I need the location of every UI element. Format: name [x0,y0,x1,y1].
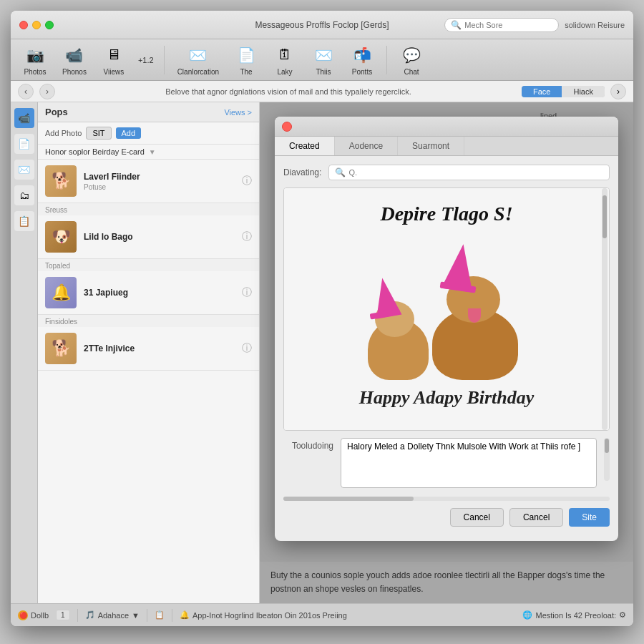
contact-info-icon-0[interactable]: ⓘ [242,175,252,187]
tooltip-scrollbar[interactable] [604,438,610,488]
status-item-badge: 1 [56,610,70,620]
dog-right [429,280,529,380]
back-button[interactable]: ‹ [18,84,34,99]
nav-forward-arrow[interactable]: › [610,84,626,99]
status-globe-icon: 🌐 [522,610,532,620]
minimize-button[interactable] [32,21,41,29]
toolbar-number: +1.2 [135,56,157,64]
dropdown-label: Honor soplor Beirday E-card [45,147,145,156]
dialog-tab-suarmont[interactable]: Suarmont [398,137,464,155]
sit-button[interactable]: SIT [86,127,111,140]
sidebar-views[interactable]: Views > [224,108,252,117]
dialog-close-button[interactable] [282,122,292,132]
contact-info-icon-3[interactable]: ⓘ [242,342,252,355]
segment-face[interactable]: Face [522,86,562,97]
contact-info-icon-2[interactable]: ⓘ [242,286,252,299]
contact-item-3[interactable]: 🐕 2TTe Injivice ⓘ [38,327,259,371]
section-label-1: Sreuss [38,203,259,215]
toolbar-thiis[interactable]: ✉️ Thiis [306,42,341,79]
site-button[interactable]: Site [569,508,610,527]
segment-hiack[interactable]: Hiack [562,86,605,97]
nav-bar: ‹ › Belove that agnor dgnlations vision … [11,81,633,102]
sidebar-header: Pops Views > [38,102,259,122]
horizontal-scrollbar[interactable] [283,497,610,501]
sidebar-add-bar: Add Photo SIT Add [38,122,259,145]
add-photo-label: Add Photo [45,129,82,137]
sidebar: Pops Views > Add Photo SIT Add Honor sop… [38,102,260,603]
dialog-tab-aodence[interactable]: Aodence [335,137,398,155]
contact-info-3: 2TTe Injivice [84,343,235,353]
views-icon: 🖥 [103,44,125,66]
toolbar-views[interactable]: 🖥 Viiews [97,42,131,79]
contact-item-2[interactable]: 🔔 31 Japiueg ⓘ [38,271,259,315]
window-title: Messageous Proffls Foclop [Gerds] [255,20,389,30]
section-label-3: Finsidoles [38,315,259,327]
status-settings-icon[interactable]: ⚙ [619,610,626,620]
sidebar-dropdown[interactable]: Honor soplor Beirday E-card ▼ [38,145,259,160]
cancel-button-1[interactable]: Cancel [450,508,504,527]
right-panel: linediBBasscomdfn'peusglsicalloadadces.T… [260,102,633,603]
maximize-button[interactable] [45,21,54,29]
forward-button[interactable]: › [39,84,55,99]
card-title: Depire Tlago S! [380,203,512,225]
phonos-icon: 📹 [64,44,85,66]
contact-item-1[interactable]: 🐶 Lild lo Bago ⓘ [38,215,259,259]
toolbar-pontts[interactable]: 📬 Pontts [345,42,379,79]
dialog-tab-created[interactable]: Created [275,137,335,155]
card-bottom-text: Happy Adapy Birthday [359,387,535,416]
contact-item-0[interactable]: 🐕 Laverl Fiinder Potuse ⓘ [38,160,259,203]
dialog-tabs: Created Aodence Suarmont [275,137,618,156]
toolbar-the[interactable]: 📄 The [229,42,263,79]
right-text: solidown Reisure [565,21,625,29]
search-input[interactable] [464,21,557,29]
contact-info-icon-1[interactable]: ⓘ [242,230,252,243]
strip-icon-5[interactable]: 📋 [14,211,34,231]
contact-name-3: 2TTe Injivice [84,343,235,353]
strip-icon-2[interactable]: 📄 [14,134,34,154]
status-dot-1: 🔴 [18,610,28,620]
strip-icon-4[interactable]: 🗂 [14,185,34,205]
status-sep-3 [172,609,172,622]
laky-label: Laky [277,68,292,76]
card-dogs-area [298,225,595,387]
card-scrollbar[interactable] [602,188,608,430]
add-button[interactable]: Add [116,127,142,139]
close-button[interactable] [19,21,28,29]
status-dropdown-icon[interactable]: ▼ [132,611,140,620]
section-label-2: Topaled [38,259,259,271]
strip-icon-3[interactable]: ✉️ [14,160,34,180]
dialog-search[interactable]: 🔍 [328,165,610,180]
thiis-label: Thiis [316,68,331,76]
tooltip-input[interactable]: Halory Meled a Dollety Thnk Mulsole With… [341,438,597,488]
title-bar: Messageous Proffls Foclop [Gerds] 🔍 soli… [11,11,633,39]
views-label: Viiews [104,68,125,76]
dialog-body: Diavating: 🔍 Depire Tlago S! [275,156,618,541]
card-inner: Depire Tlago S! [284,188,609,430]
toolbar-laky[interactable]: 🗓 Laky [268,42,302,79]
status-item-2: 🎵 Adahace ▼ [85,610,140,620]
clipboard-icon: 📋 [155,610,165,620]
segment-control: Face Hiack [522,86,605,97]
contact-sub-0: Potuse [84,183,235,191]
traffic-lights [19,21,54,29]
breadcrumb: Belove that agnor dgnlations vision of m… [61,87,516,96]
toolbar-phonos[interactable]: 📹 Phonos [57,42,92,79]
search-bar[interactable]: 🔍 [444,18,559,32]
strip-icon-1[interactable]: 📹 [14,108,34,128]
clanlorcation-label: Clanlorcation [177,68,219,76]
toolbar-clanlorcation[interactable]: ✉️ Clanlorcation [172,42,225,79]
photos-label: Photos [24,68,46,76]
cancel-button-2[interactable]: Cancel [509,508,563,527]
contact-info-1: Lild lo Bago [84,232,235,242]
filter-label: Diavating: [283,167,321,177]
dialog: Created Aodence Suarmont Diavating: 🔍 [275,117,618,541]
contact-avatar-2: 🔔 [45,277,77,308]
toolbar-chat[interactable]: 💬 Chat [394,42,429,79]
pontts-label: Pontts [352,68,372,76]
dialog-search-input[interactable] [348,168,603,177]
dialog-overlay: Created Aodence Suarmont Diavating: 🔍 [260,102,633,603]
toolbar-photos[interactable]: 📷 Photos [18,42,52,79]
status-center-text: App-Inot Hogrlind Ibeaton Oin 201os Prei… [192,611,347,620]
status-item-1: 🔴 Dollb [18,610,49,620]
contact-name-0: Laverl Fiinder [84,172,235,182]
